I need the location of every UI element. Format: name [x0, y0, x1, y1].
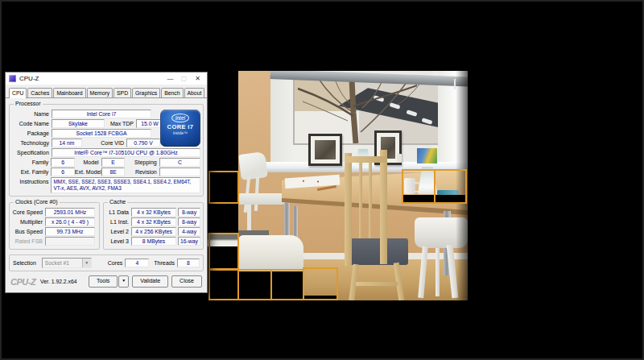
wood-chair-post: [380, 150, 387, 264]
ext-model-label: Ext. Model: [75, 169, 101, 175]
annotation-box[interactable]: [208, 269, 239, 300]
stepping-value: C: [159, 158, 200, 167]
socket-select-value: Socket #1: [43, 259, 82, 267]
level3-size: 8 MBytes: [131, 237, 176, 246]
tab-graphics[interactable]: Graphics: [132, 88, 160, 97]
tab-memory[interactable]: Memory: [87, 88, 114, 97]
l1-inst-label: L1 Inst.: [106, 219, 131, 225]
postcard: [417, 148, 437, 163]
l1-inst-size: 4 x 32 KBytes: [131, 217, 176, 226]
cpu-name-value: Intel Core i7: [52, 110, 151, 118]
tab-caches[interactable]: Caches: [27, 88, 52, 97]
white-towel: [238, 235, 303, 273]
white-stool-leg: [436, 248, 440, 296]
footer-bar: CPU-Z Ver. 1.92.2.x64 Tools ▼ Validate C…: [10, 275, 202, 288]
instructions-value: MMX, SSE, SSE2, SSE3, SSSE3, SSE4.1, SSE…: [51, 177, 200, 193]
minimize-button[interactable]: —: [163, 75, 177, 82]
annotation-box[interactable]: [270, 269, 304, 300]
validate-button[interactable]: Validate: [132, 275, 168, 288]
rated-fsb-value: [45, 237, 95, 246]
selection-label: Selection: [13, 260, 39, 266]
wood-chair-cushion: [350, 238, 408, 265]
tab-cpu[interactable]: CPU: [9, 88, 27, 98]
l1-data-label: L1 Data: [106, 209, 131, 215]
socket-select[interactable]: Socket #1 ▼: [42, 258, 92, 268]
l1-data-size: 4 x 32 KBytes: [131, 208, 176, 217]
l1-data-assoc: 8-way: [178, 208, 200, 217]
titlebar[interactable]: CPU-Z — ▢ ✕: [6, 72, 207, 85]
wood-chair-post: [345, 153, 352, 266]
bus-speed-label: Bus Speed: [12, 229, 45, 234]
wood-chair-slat: [369, 159, 372, 238]
stepping-label: Stepping: [125, 159, 159, 165]
max-tdp-value: 15.0 W: [136, 119, 163, 128]
annotation-box[interactable]: [402, 169, 436, 204]
small-bottle: [397, 154, 402, 163]
threads-label: Threads: [154, 260, 177, 266]
badge-inside-text: inside™: [160, 130, 200, 135]
core-speed-label: Core Speed: [12, 209, 45, 215]
revision-value: [159, 168, 200, 176]
white-chair-seat: [238, 193, 285, 205]
version-text: Ver. 1.92.2.x64: [40, 279, 85, 284]
core-speed-value: 2593.01 MHz: [45, 208, 95, 217]
ext-family-label: Ext. Family: [12, 169, 51, 175]
cache-group: Cache L1 Data 4 x 32 KBytes 8-way L1 Ins…: [103, 202, 204, 250]
max-tdp-label: Max TDP: [105, 121, 136, 126]
annotation-box[interactable]: [434, 169, 467, 204]
tab-about[interactable]: About: [184, 88, 205, 97]
instructions-label: Instructions: [12, 177, 51, 193]
annotation-box[interactable]: [237, 269, 272, 300]
ext-model-value: 8E: [101, 168, 126, 176]
code-name-label: Code Name: [12, 121, 52, 126]
l1-inst-assoc: 8-way: [178, 217, 200, 226]
threads-value: 8: [177, 259, 200, 267]
cpuz-logo: CPU-Z: [10, 277, 35, 287]
tab-bar: CPU Caches Mainboard Memory SPD Graphics…: [6, 85, 207, 98]
badge-core-text: CORE i7: [160, 123, 200, 130]
intel-logo: intel: [171, 114, 189, 122]
processor-group-label: Processor: [14, 101, 43, 106]
cores-value: 4: [125, 259, 149, 267]
level3-label: Level 3: [106, 238, 131, 244]
tab-mainboard[interactable]: Mainboard: [53, 88, 85, 97]
annotation-box[interactable]: [208, 171, 239, 204]
revision-label: Revision: [125, 169, 159, 175]
close-button[interactable]: ✕: [191, 75, 204, 82]
selection-bar: Selection Socket #1 ▼ Cores 4 Threads 8: [9, 254, 204, 271]
multiplier-value: x 26.0 ( 4 - 49 ): [45, 217, 95, 226]
tools-dropdown-arrow[interactable]: ▼: [118, 275, 129, 288]
close-window-button[interactable]: Close: [171, 275, 202, 288]
name-label: Name: [12, 111, 52, 117]
clocks-group-label: Clocks (Core #0): [14, 199, 60, 205]
tools-button[interactable]: Tools: [89, 275, 118, 288]
rated-fsb-label: Rated FSB: [12, 238, 45, 244]
chevron-down-icon: ▼: [82, 259, 91, 267]
multiplier-label: Multiplier: [12, 219, 45, 225]
cores-label: Cores: [108, 260, 126, 266]
family-value: 6: [51, 158, 75, 167]
cpuz-window: CPU-Z — ▢ ✕ CPU Caches Mainboard Memory …: [5, 72, 208, 293]
technology-value: 14 nm: [52, 139, 82, 147]
tab-bench[interactable]: Bench: [161, 88, 183, 97]
white-chair-backrest: [238, 151, 268, 180]
wood-chair-slat: [359, 161, 362, 238]
package-label: Package: [12, 130, 52, 136]
maximize-button: ▢: [177, 75, 191, 82]
intel-core-i7-badge: intel CORE i7 inside™: [160, 110, 200, 147]
window-title: CPU-Z: [19, 75, 163, 82]
specification-value: Intel® Core™ i7-10510U CPU @ 1.80GHz: [52, 148, 200, 157]
wood-chair-toprail: [345, 156, 387, 163]
core-vid-label: Core VID: [82, 140, 126, 146]
code-name-value: Skylake: [52, 119, 105, 128]
clocks-group: Clocks (Core #0) Core Speed 2593.01 MHz …: [9, 202, 100, 250]
annotation-box[interactable]: [208, 233, 239, 270]
annotation-box[interactable]: [303, 267, 338, 300]
cache-group-label: Cache: [108, 199, 127, 205]
model-label: Model: [75, 159, 101, 165]
specification-label: Specification: [12, 150, 52, 155]
ext-family-value: 6: [51, 168, 75, 176]
tab-spd[interactable]: SPD: [114, 88, 131, 97]
processor-group: Processor intel CORE i7 inside™ Name Int…: [9, 104, 204, 197]
cpuz-app-icon: [9, 75, 16, 82]
